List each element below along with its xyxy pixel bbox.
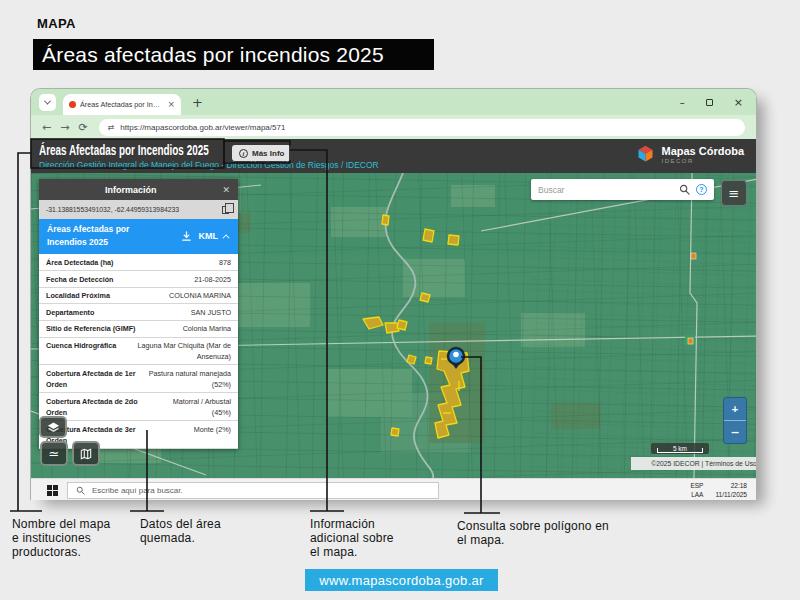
zoom-controls: + − bbox=[723, 397, 747, 444]
cube-logo-icon bbox=[635, 144, 656, 165]
zoom-out-button[interactable]: − bbox=[724, 421, 746, 443]
keyboard-indicator[interactable]: LAA bbox=[690, 491, 703, 499]
back-icon[interactable]: ← bbox=[42, 122, 51, 133]
address-bar[interactable]: ⇄ https://mapascordoba.gob.ar/viewer/map… bbox=[99, 119, 745, 136]
logo-title: Mapas Córdoba bbox=[661, 145, 744, 157]
basemap-icon bbox=[80, 448, 92, 460]
reload-icon[interactable]: ⟳ bbox=[78, 122, 87, 133]
table-row: Sitio de Referencia (GIMF)Colonia Marina bbox=[39, 321, 238, 338]
windows-taskbar: ESP 22:18 LAA 11/11/2025 bbox=[31, 478, 756, 500]
layers-button[interactable] bbox=[39, 416, 67, 438]
minimize-icon[interactable]: – bbox=[680, 97, 685, 108]
attribute-table: Área Detectada (ha)878 Fecha de Detecció… bbox=[39, 254, 238, 449]
annotation-burned-area-data: Datos del área quemada. bbox=[140, 518, 232, 546]
elevation-button[interactable]: ≃ bbox=[40, 441, 68, 466]
info-panel-header[interactable]: Información ✕ bbox=[39, 179, 238, 200]
map-viewport[interactable]: Información ✕ -31.13881553491032, -62.44… bbox=[31, 173, 756, 478]
clock-time[interactable]: 22:18 bbox=[715, 482, 747, 490]
close-icon[interactable]: × bbox=[734, 96, 743, 109]
info-panel-title: Información bbox=[39, 185, 222, 195]
browser-tab-bar: Áreas Afectadas por Incendios × + – × bbox=[31, 89, 756, 115]
search-icon[interactable] bbox=[679, 184, 690, 195]
layer-header[interactable]: Áreas Afectadas por Incendios 2025 KML bbox=[39, 219, 238, 254]
app-title: Áreas Afectadas por Incendios 2025 bbox=[39, 141, 209, 158]
browser-toolbar: ← → ⟳ ⇄ https://mapascordoba.gob.ar/view… bbox=[31, 115, 756, 139]
logo-subtitle: IDECOR bbox=[661, 158, 744, 164]
annotation-polygon-query: Consulta sobre polígono en el mapa. bbox=[457, 520, 617, 548]
table-row: Área Detectada (ha)878 bbox=[39, 254, 238, 271]
table-row: Cobertura Afectada de 2do OrdenMatorral … bbox=[39, 393, 238, 421]
site-info-icon[interactable]: ⇄ bbox=[108, 123, 115, 132]
table-row: Cobertura Afectada de 3er OrdenMonte (2%… bbox=[39, 421, 238, 449]
footer-url: www.mapascordoba.gob.ar bbox=[305, 569, 498, 591]
slide-kicker: MAPA bbox=[37, 16, 76, 31]
slide: MAPA Áreas afectadas por incendios 2025 … bbox=[0, 0, 800, 600]
mapas-cordoba-logo: Mapas Córdoba IDECOR bbox=[635, 144, 744, 165]
fire-polygon bbox=[425, 357, 432, 364]
fire-polygon bbox=[420, 293, 430, 302]
zoom-in-button[interactable]: + bbox=[724, 398, 746, 421]
fire-polygon bbox=[423, 229, 434, 242]
tab-title: Áreas Afectadas por Incendios bbox=[80, 100, 163, 109]
fire-polygon bbox=[397, 320, 407, 330]
table-row: Cobertura Afectada de 1er OrdenPastura n… bbox=[39, 365, 238, 393]
map-attribution: ©2025 IDECOR | Términos de Uso bbox=[631, 457, 756, 470]
new-tab-button[interactable]: + bbox=[192, 96, 203, 109]
layer-title: Áreas Afectadas por Incendios 2025 bbox=[47, 223, 159, 249]
more-info-label: Más Info bbox=[252, 149, 284, 158]
map-search-box[interactable]: ? bbox=[531, 179, 714, 200]
more-info-button[interactable]: i Más Info bbox=[232, 145, 291, 161]
url-text: https://mapascordoba.gob.ar/viewer/mapa/… bbox=[120, 123, 285, 132]
download-icon[interactable] bbox=[181, 231, 192, 242]
browser-window: Áreas Afectadas por Incendios × + – × ← … bbox=[30, 88, 757, 500]
tab-close-icon[interactable]: × bbox=[167, 100, 175, 109]
table-row: Localidad PróximaCOLONIA MARINA bbox=[39, 288, 238, 305]
window-controls: – × bbox=[680, 96, 743, 109]
menu-button[interactable]: ≡ bbox=[721, 180, 747, 206]
taskbar-tray[interactable]: ESP 22:18 LAA 11/11/2025 bbox=[690, 482, 747, 499]
collapse-icon[interactable] bbox=[223, 234, 230, 241]
tab-search-button[interactable] bbox=[39, 94, 56, 111]
browser-tab[interactable]: Áreas Afectadas por Incendios × bbox=[63, 94, 181, 115]
orange-marker bbox=[691, 253, 696, 259]
scale-bar: 5 km bbox=[651, 443, 709, 454]
info-icon: i bbox=[239, 149, 248, 158]
layers-icon bbox=[47, 421, 60, 434]
annotation-map-name: Nombre del mapa e instituciones producto… bbox=[12, 518, 112, 559]
orange-marker bbox=[688, 338, 693, 344]
windows-start-icon[interactable] bbox=[47, 485, 58, 496]
panel-close-icon[interactable]: ✕ bbox=[222, 185, 230, 195]
taskbar-search-box[interactable] bbox=[67, 482, 439, 499]
table-row: Cuenca HidrográficaLaguna Mar Chiquita (… bbox=[39, 338, 238, 366]
clock-date[interactable]: 11/11/2025 bbox=[715, 491, 747, 499]
language-indicator[interactable]: ESP bbox=[690, 482, 703, 490]
app-header: Áreas Afectadas por Incendios 2025 i Más… bbox=[31, 139, 756, 173]
table-row: DepartamentoSAN JUSTO bbox=[39, 304, 238, 321]
restore-icon[interactable] bbox=[706, 99, 713, 106]
app-subtitle: Dirección Gestión Integral de Manejo del… bbox=[39, 160, 379, 170]
search-icon bbox=[76, 486, 85, 495]
kml-download-label[interactable]: KML bbox=[199, 231, 219, 241]
forward-icon[interactable]: → bbox=[60, 122, 69, 133]
coordinates-value: -31.13881553491032, -62.44959313984233 bbox=[46, 206, 222, 213]
taskbar-search-input[interactable] bbox=[92, 486, 430, 495]
table-row: Fecha de Detección21-08-2025 bbox=[39, 271, 238, 288]
help-icon[interactable]: ? bbox=[696, 184, 707, 195]
chevron-down-icon bbox=[44, 97, 51, 104]
info-panel: Información ✕ -31.13881553491032, -62.44… bbox=[39, 179, 238, 449]
basemap-button[interactable] bbox=[72, 441, 100, 466]
coordinates-row: -31.13881553491032, -62.44959313984233 bbox=[39, 200, 238, 219]
slide-title: Áreas afectadas por incendios 2025 bbox=[33, 39, 434, 70]
annotation-additional-info: Información adicional sobre el mapa. bbox=[310, 518, 404, 559]
map-search-input[interactable] bbox=[538, 185, 673, 195]
copy-icon[interactable] bbox=[222, 206, 229, 214]
tab-favicon-icon bbox=[69, 101, 76, 108]
